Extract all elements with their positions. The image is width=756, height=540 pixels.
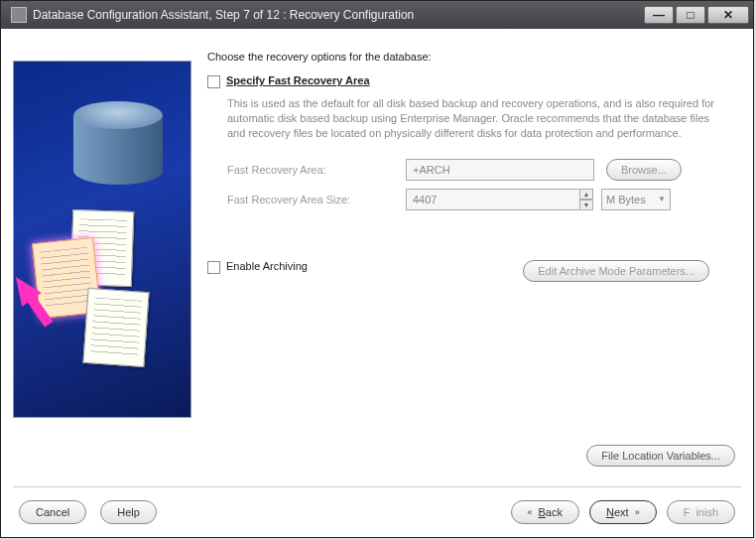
specify-fra-row: Specify Fast Recovery Area <box>207 74 741 88</box>
chevron-left-icon: « <box>528 507 533 517</box>
file-loc-vars-row: File Location Variables... <box>203 431 741 474</box>
main-panel: Choose the recovery options for the data… <box>203 41 741 474</box>
help-button[interactable]: Help <box>100 500 157 524</box>
specify-fra-checkbox[interactable] <box>207 75 220 88</box>
spinner-up-icon[interactable]: ▲ <box>579 189 593 200</box>
spinner-down-icon[interactable]: ▼ <box>579 200 593 210</box>
fra-size-unit-label: M Bytes <box>606 194 646 205</box>
enable-archiving-row: Enable Archiving Edit Archive Mode Param… <box>207 260 741 282</box>
titlebar: Database Configuration Assistant, Step 7… <box>1 1 753 29</box>
enable-archiving-label: Enable Archiving <box>226 260 308 272</box>
page-heading: Choose the recovery options for the data… <box>207 51 741 63</box>
spinner-buttons: ▲ ▼ <box>579 189 593 210</box>
fra-path-label: Fast Recovery Area: <box>227 164 406 176</box>
fra-size-label: Fast Recovery Area Size: <box>227 194 406 205</box>
file-location-variables-button[interactable]: File Location Variables... <box>586 445 735 467</box>
enable-archiving-checkbox[interactable] <box>207 261 220 274</box>
fra-path-row: Fast Recovery Area: +ARCH Browse... <box>227 159 741 181</box>
content-area: Choose the recovery options for the data… <box>1 29 753 486</box>
fra-size-spinner: 4407 ▲ ▼ <box>406 189 593 210</box>
fra-size-input[interactable]: 4407 <box>406 189 580 210</box>
cancel-button[interactable]: Cancel <box>19 500 86 524</box>
footer-left: Cancel Help <box>19 500 157 524</box>
footer: Cancel Help « Back Next » Finish <box>1 487 753 537</box>
fra-description: This is used as the default for all disk… <box>227 96 723 141</box>
chevron-right-icon: » <box>635 507 640 517</box>
close-button[interactable]: ✕ <box>707 6 749 24</box>
next-button[interactable]: Next » <box>589 500 657 524</box>
minimize-button[interactable]: — <box>644 6 674 24</box>
browse-button[interactable]: Browse... <box>606 159 682 181</box>
footer-right: « Back Next » Finish <box>511 500 736 524</box>
finish-button[interactable]: Finish <box>667 500 735 524</box>
wizard-side-image <box>13 61 191 418</box>
app-window: Database Configuration Assistant, Step 7… <box>0 0 754 538</box>
window-title: Database Configuration Assistant, Step 7… <box>33 8 642 22</box>
maximize-button[interactable]: □ <box>676 6 705 24</box>
app-icon <box>11 7 27 23</box>
edit-archive-button[interactable]: Edit Archive Mode Parameters... <box>523 260 709 282</box>
database-cylinder-icon <box>73 101 163 191</box>
specify-fra-label: Specify Fast Recovery Area <box>226 74 370 86</box>
window-controls: — □ ✕ <box>642 6 749 24</box>
next-label: ext <box>614 506 629 518</box>
back-button[interactable]: « Back <box>511 500 579 524</box>
fra-size-row: Fast Recovery Area Size: 4407 ▲ ▼ M Byte… <box>227 189 741 210</box>
fra-path-input[interactable]: +ARCH <box>406 159 594 181</box>
document-icon <box>82 288 149 367</box>
chevron-down-icon: ▼ <box>658 195 666 203</box>
back-label: ack <box>546 506 563 518</box>
fra-size-unit-select[interactable]: M Bytes ▼ <box>601 189 671 210</box>
